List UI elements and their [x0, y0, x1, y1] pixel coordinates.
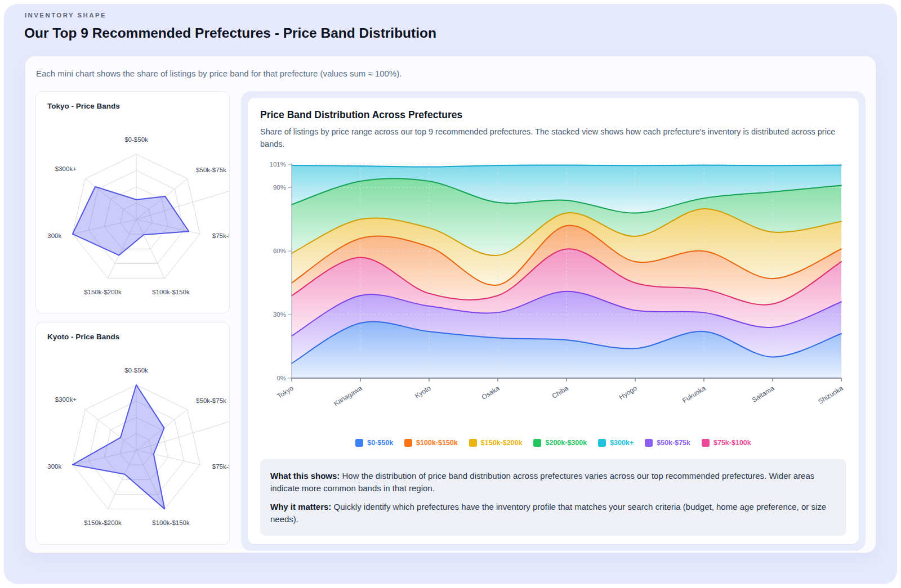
radar-axis-label: $150k-$200k [84, 289, 122, 295]
legend-item-$100k-$150k[interactable]: $100k-$150k [404, 439, 458, 447]
page-title: Our Top 9 Recommended Prefectures - Pric… [24, 25, 436, 41]
legend-label: $300k+ [610, 439, 634, 447]
chart-legend: $0-$50k$100k-$150k$150k-$200k$200k-$300k… [260, 439, 846, 447]
radar-axis-label: $50k-$75k [196, 397, 226, 404]
x-axis-label-fukuoka: Fukuoka [681, 384, 707, 404]
x-axis-label-chiba: Chiba [551, 384, 570, 400]
legend-swatch [355, 439, 363, 447]
note-what-this-shows: What this shows: How the distribution of… [270, 470, 836, 495]
dashboard-page: INVENTORY SHAPE Our Top 9 Recommended Pr… [4, 4, 897, 584]
stacked-area-chart-box: 0%30%60%90%101%TokyoKanagawaKyotoOsakaCh… [260, 155, 846, 422]
y-axis-tick-label: 0% [276, 375, 286, 381]
section-eyebrow: INVENTORY SHAPE [25, 12, 106, 19]
tokyo-radar-chart: $0-$50k$50k-$75k$75k-$100k$100k-$150k$15… [47, 111, 230, 312]
radar-axis-label: $300k+ [55, 396, 77, 403]
x-axis-label-hyogo: Hyogo [618, 384, 639, 401]
legend-item-$150k-$200k[interactable]: $150k-$200k [469, 439, 523, 447]
radar-axis-label: $0-$50k [124, 367, 148, 374]
radar-axis-label: $300k+ [55, 165, 77, 172]
explainer-box: What this shows: How the distribution of… [260, 459, 846, 536]
chart-subtitle: Share of listings by price range across … [260, 125, 846, 151]
note-text: How the distribution of price band distr… [270, 471, 814, 493]
legend-item-$50k-$75k[interactable]: $50k-$75k [645, 439, 690, 447]
legend-label: $75k-$100k [713, 439, 751, 447]
note-why-it-matters: Why it matters: Quickly identify which p… [270, 501, 836, 526]
radar-card-tokyo: Tokyo - Price Bands $0-$50k$50k-$75k$75k… [35, 91, 230, 313]
x-axis-label-tokyo: Tokyo [276, 384, 295, 400]
legend-swatch [702, 439, 710, 447]
note-text: Quickly identify which prefectures have … [270, 502, 826, 524]
legend-label: $0-$50k [367, 439, 393, 447]
radar-axis-label: $100k-$150k [152, 519, 190, 526]
content-row: Tokyo - Price Bands $0-$50k$50k-$75k$75k… [35, 91, 866, 545]
legend-item-$0-$50k[interactable]: $0-$50k [355, 439, 393, 447]
radar-card-title: Kyoto - Price Bands [47, 333, 229, 341]
y-axis-tick-label: 60% [273, 248, 286, 254]
mini-charts-column: Tokyo - Price Bands $0-$50k$50k-$75k$75k… [35, 91, 230, 545]
legend-item-$300k+[interactable]: $300k+ [598, 439, 634, 447]
legend-swatch [598, 439, 606, 447]
legend-label: $200k-$300k [545, 439, 587, 447]
content-panel: Each mini chart shows the share of listi… [25, 56, 876, 553]
radar-axis-label: $150k-$200k [84, 519, 122, 526]
main-chart-card: Price Band Distribution Across Prefectur… [248, 98, 859, 544]
y-axis-tick-label: 90% [273, 184, 286, 191]
legend-item-$200k-$300k[interactable]: $200k-$300k [533, 439, 587, 447]
kyoto-radar-chart: $0-$50k$50k-$75k$75k-$100k$100k-$150k$15… [47, 342, 230, 542]
y-axis-tick-label: 101% [270, 161, 286, 168]
note-lead: Why it matters: [270, 502, 331, 511]
main-chart-halo: Price Band Distribution Across Prefectur… [241, 91, 866, 551]
radar-axis-label: $300k [47, 232, 61, 239]
radar-axis-label: $100k-$150k [152, 289, 190, 295]
radar-value-polygon [73, 187, 189, 255]
radar-card-kyoto: Kyoto - Price Bands $0-$50k$50k-$75k$75k… [35, 322, 230, 545]
x-axis-label-kanagawa: Kanagawa [332, 384, 364, 407]
legend-label: $100k-$150k [416, 439, 458, 447]
x-axis-label-osaka: Osaka [480, 384, 501, 401]
chart-title: Price Band Distribution Across Prefectur… [260, 109, 846, 121]
legend-label: $50k-$75k [657, 439, 690, 447]
x-axis-label-kyoto: Kyoto [413, 384, 432, 400]
radar-card-title: Tokyo - Price Bands [47, 102, 229, 110]
radar-axis-label: $50k-$75k [196, 167, 226, 173]
x-axis-label-saitama: Saitama [751, 384, 776, 403]
legend-swatch [404, 439, 412, 447]
intro-text: Each mini chart shows the share of listi… [36, 69, 402, 78]
legend-label: $150k-$200k [481, 439, 523, 447]
legend-swatch [645, 439, 653, 447]
radar-axis-label: $75k-$100k [212, 463, 230, 469]
radar-axis-label: $300k [47, 463, 61, 469]
legend-swatch [533, 439, 541, 447]
y-axis-tick-label: 30% [273, 311, 286, 318]
legend-item-$75k-$100k[interactable]: $75k-$100k [702, 439, 751, 447]
radar-axis-label: $75k-$100k [212, 232, 230, 239]
stacked-area-chart: 0%30%60%90%101%TokyoKanagawaKyotoOsakaCh… [260, 155, 846, 420]
legend-swatch [469, 439, 477, 447]
radar-axis-label: $0-$50k [124, 136, 148, 143]
x-axis-label-shizuoka: Shizuoka [817, 384, 845, 405]
note-lead: What this shows: [270, 471, 340, 481]
radar-value-polygon [73, 385, 164, 509]
